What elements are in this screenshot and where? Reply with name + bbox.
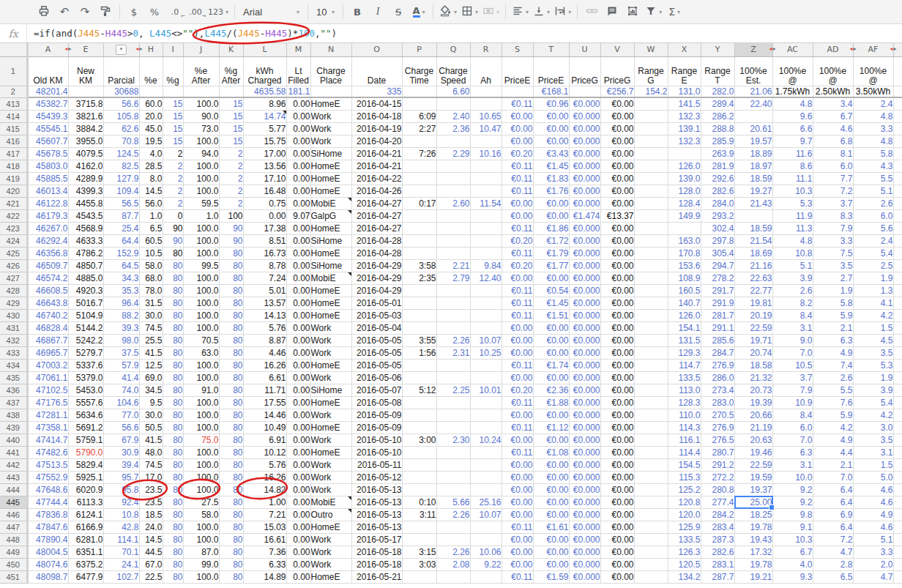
cell-R-425[interactable] — [470, 247, 502, 259]
cell-J-445[interactable]: 27.5 — [183, 496, 219, 508]
cell-T-438[interactable]: €0.00 — [533, 409, 569, 421]
cell-U-447[interactable]: €0.000 — [569, 521, 600, 533]
cell-W-420[interactable] — [634, 185, 668, 197]
cell-H-451[interactable]: 22.5 — [139, 570, 163, 583]
cell-R-420[interactable] — [470, 185, 502, 197]
functions-button[interactable]: Σ▾ — [664, 3, 685, 21]
cell-T-421[interactable]: €0.00 — [533, 197, 569, 209]
cell-S-437[interactable]: €0.11 — [502, 396, 533, 409]
cell-S-416[interactable]: €0.00 — [502, 135, 533, 147]
cell-X-421[interactable]: 128.4 — [668, 197, 701, 209]
cell-V-448[interactable]: €0.00 — [600, 533, 634, 546]
cell-I-430[interactable]: 80 — [163, 309, 183, 321]
cell-parcial-443[interactable]: 95.7 — [103, 471, 139, 483]
cell-AC-446[interactable]: 9.8 — [772, 508, 813, 521]
cell-L-417[interactable]: 17.00 — [243, 147, 286, 160]
cell-H-416[interactable]: 19.5 — [139, 135, 163, 147]
cell-O-450[interactable]: 2016-05-18 — [351, 558, 402, 570]
cell-X-413[interactable]: 141.5 — [668, 97, 701, 110]
cell-AF-427[interactable]: 1.9 — [853, 272, 893, 284]
total-cell-E[interactable] — [68, 86, 103, 97]
cell-H-421[interactable]: 56.0 — [139, 197, 163, 209]
cell-N-435[interactable]: Work — [310, 371, 351, 384]
cell-stub-433[interactable] — [893, 346, 902, 359]
cell-L-439[interactable]: 10.49 — [243, 421, 286, 433]
cell-A-445[interactable]: 47744.4 — [27, 496, 68, 508]
cell-M-449[interactable]: 0.00 — [286, 546, 310, 558]
cell-N-420[interactable]: HomeE — [310, 185, 351, 197]
cell-R-413[interactable] — [470, 97, 502, 110]
cell-Z-447[interactable]: 19.78 — [734, 521, 772, 533]
cell-AC-437[interactable]: 10.9 — [772, 396, 813, 409]
cell-I-414[interactable]: 15 — [163, 110, 183, 122]
row-header-448[interactable]: 448 — [0, 533, 27, 546]
cell-stub-427[interactable] — [893, 272, 902, 284]
cell-N-430[interactable]: HomeE — [310, 309, 351, 321]
cell-Z-443[interactable]: 19.59 — [734, 471, 772, 483]
cell-parcial-422[interactable]: 87.7 — [103, 209, 139, 222]
hidden-columns-right-icon[interactable]: ◂ — [890, 46, 892, 52]
cell-Q-431[interactable] — [436, 321, 470, 334]
cell-N-417[interactable]: SiHome — [310, 147, 351, 160]
cell-I-439[interactable]: 80 — [163, 421, 183, 433]
cell-I-443[interactable]: 80 — [163, 471, 183, 483]
cell-parcial-413[interactable]: 56.6 — [103, 97, 139, 110]
cell-Q-429[interactable] — [436, 297, 470, 309]
cell-H-425[interactable]: 10.5 — [139, 247, 163, 259]
cell-R-423[interactable] — [470, 222, 502, 234]
cell-O-422[interactable]: 2016-04-27 — [351, 209, 402, 222]
cell-V-422[interactable]: €13.37 — [600, 209, 634, 222]
cell-S-425[interactable]: €0.11 — [502, 247, 533, 259]
cell-U-444[interactable]: €0.000 — [569, 483, 600, 496]
column-header-stub[interactable]: ▸ — [893, 43, 902, 56]
header-cell-Z[interactable]: 100%e Est. — [734, 56, 772, 86]
cell-K-441[interactable]: 80 — [219, 446, 243, 458]
cell-W-437[interactable] — [634, 396, 668, 409]
cell-parcial-448[interactable]: 114.1 — [103, 533, 139, 546]
cell-AC-424[interactable]: 4.8 — [772, 234, 813, 247]
cell-stub-432[interactable] — [893, 334, 902, 346]
total-cell-A[interactable]: 48201.4 — [27, 86, 68, 97]
cell-O-430[interactable]: 2016-05-03 — [351, 309, 402, 321]
cell-U-451[interactable]: €0.000 — [569, 570, 600, 583]
cell-L-425[interactable]: 16.73 — [243, 247, 286, 259]
cell-stub-441[interactable] — [893, 446, 902, 458]
cell-AD-416[interactable]: 6.8 — [813, 135, 853, 147]
column-header-P[interactable]: P — [402, 43, 436, 56]
cell-N-413[interactable]: HomeE — [310, 97, 351, 110]
cell-N-426[interactable]: SiHome — [310, 259, 351, 272]
cell-Q-445[interactable]: 5.66 — [436, 496, 470, 508]
cell-A-428[interactable]: 46608.5 — [27, 284, 68, 297]
cell-H-431[interactable]: 74.5 — [139, 321, 163, 334]
cell-AD-448[interactable]: 7.2 — [813, 533, 853, 546]
cell-Q-444[interactable] — [436, 483, 470, 496]
cell-O-438[interactable]: 2016-05-09 — [351, 409, 402, 421]
cell-P-419[interactable] — [402, 172, 436, 185]
cell-J-434[interactable]: 100.0 — [183, 359, 219, 371]
total-cell-P[interactable] — [402, 86, 436, 97]
cell-R-428[interactable] — [470, 284, 502, 297]
cell-stub-443[interactable] — [893, 471, 902, 483]
cell-W-442[interactable] — [634, 458, 668, 471]
cell-Y-423[interactable]: 302.4 — [701, 222, 734, 234]
cell-AC-430[interactable]: 8.4 — [772, 309, 813, 321]
cell-A-418[interactable]: 45803.0 — [27, 160, 68, 172]
cell-J-451[interactable]: 100.0 — [183, 570, 219, 583]
cell-K-413[interactable]: 15 — [219, 97, 243, 110]
cell-stub-415[interactable] — [893, 122, 902, 135]
cell-Z-419[interactable]: 18.59 — [734, 172, 772, 185]
cell-M-448[interactable]: 0.00 — [286, 533, 310, 546]
cell-AC-431[interactable]: 3.1 — [772, 321, 813, 334]
cell-M-438[interactable]: 0.00 — [286, 409, 310, 421]
column-header-S[interactable]: S — [502, 43, 533, 56]
cell-Y-413[interactable]: 289.4 — [701, 97, 734, 110]
cell-AC-423[interactable]: 11.3 — [772, 222, 813, 234]
cell-P-424[interactable] — [402, 234, 436, 247]
header-cell-K[interactable]: %g After — [219, 56, 243, 86]
cell-J-437[interactable]: 100.0 — [183, 396, 219, 409]
cell-R-429[interactable] — [470, 297, 502, 309]
cell-J-439[interactable]: 100.0 — [183, 421, 219, 433]
header-cell-E[interactable]: New KM — [68, 56, 103, 86]
cell-AF-415[interactable]: 3.3 — [853, 122, 893, 135]
header-cell-J[interactable]: %e After — [183, 56, 219, 86]
